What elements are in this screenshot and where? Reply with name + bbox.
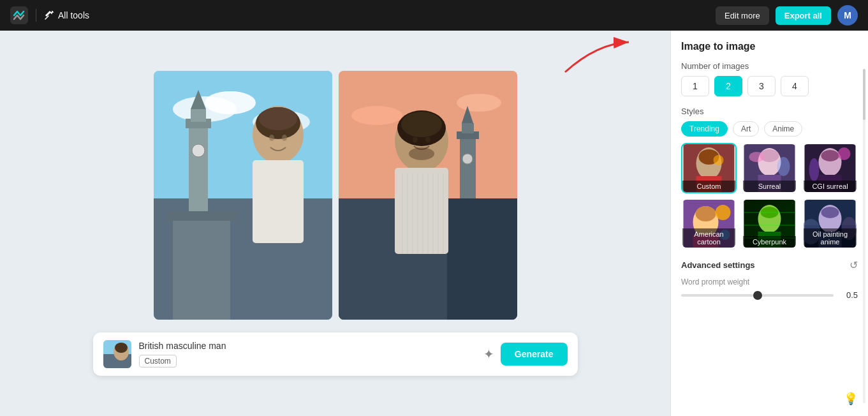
reset-button[interactable]: ↺ <box>850 259 858 271</box>
edit-more-button[interactable]: Edit more <box>716 6 769 25</box>
generate-button[interactable]: Generate <box>501 343 568 366</box>
num-images-label: Number of images <box>681 61 858 71</box>
svg-point-20 <box>282 135 287 141</box>
style-item-cgi-surreal[interactable]: CGI surreal <box>802 143 858 193</box>
advanced-settings-title: Advanced settings <box>681 260 755 270</box>
slider-row: 0.5 <box>681 290 858 300</box>
svg-rect-16 <box>253 160 304 243</box>
svg-point-72 <box>696 206 716 221</box>
advanced-settings-header: Advanced settings ↺ <box>681 259 858 271</box>
word-prompt-weight-label: Word prompt weight <box>681 278 858 286</box>
generated-images-row <box>154 71 517 320</box>
prompt-text: British masculine man <box>139 341 476 351</box>
svg-point-57 <box>714 155 724 165</box>
scroll-track <box>863 69 865 403</box>
style-tab-anime[interactable]: Anime <box>764 121 802 137</box>
style-item-custom[interactable]: Custom <box>681 143 737 193</box>
panel-title: Image to image <box>681 41 858 52</box>
svg-point-69 <box>809 158 820 181</box>
style-item-surreal[interactable]: Surreal <box>742 143 797 193</box>
svg-point-87 <box>821 207 839 218</box>
num-btn-2[interactable]: 2 <box>714 76 742 96</box>
header-left: All tools <box>10 6 89 24</box>
svg-rect-14 <box>166 211 237 221</box>
svg-point-68 <box>838 147 851 160</box>
svg-point-18 <box>259 107 297 130</box>
image-box-2 <box>339 71 517 320</box>
num-btn-4[interactable]: 4 <box>781 76 809 96</box>
lightbulb-icon[interactable]: 💡 <box>844 392 858 406</box>
style-item-cyberpunk[interactable]: Cyberpunk <box>742 198 797 249</box>
style-item-custom-label: Custom <box>682 181 735 192</box>
style-item-cyberpunk-label: Cyberpunk <box>743 236 796 248</box>
svg-point-52 <box>115 343 128 353</box>
canvas-area: British masculine man Custom ✦ Generate <box>0 31 670 416</box>
header-right: Edit more Export all M <box>716 5 858 26</box>
svg-point-62 <box>749 152 765 162</box>
svg-point-36 <box>401 112 442 137</box>
export-all-button[interactable]: Export all <box>776 6 831 25</box>
style-item-american-cartoon-label: American cartoon <box>682 228 735 248</box>
image-1 <box>154 71 332 320</box>
num-btn-1[interactable]: 1 <box>681 76 709 96</box>
wand-icon <box>44 10 54 20</box>
scroll-thumb <box>863 69 865 120</box>
style-tab-art[interactable]: Art <box>733 121 759 137</box>
style-item-oil-painting-anime-label: Oil painting anime <box>804 228 857 248</box>
style-tab-trending[interactable]: Trending <box>681 121 728 137</box>
svg-point-19 <box>269 135 274 141</box>
custom-badge: Custom <box>139 355 177 368</box>
word-prompt-weight-slider[interactable] <box>681 294 834 297</box>
svg-point-74 <box>716 205 731 220</box>
style-item-cgi-surreal-label: CGI surreal <box>804 181 857 192</box>
prompt-bar: British masculine man Custom ✦ Generate <box>93 332 578 376</box>
svg-rect-31 <box>441 198 517 320</box>
logo-icon <box>10 6 28 24</box>
svg-point-63 <box>777 157 790 176</box>
num-images-selector: 1 2 3 4 <box>681 76 858 96</box>
main-layout: British masculine man Custom ✦ Generate … <box>0 31 868 416</box>
style-item-oil-painting-anime[interactable]: Oil painting anime <box>802 198 858 249</box>
style-item-surreal-label: Surreal <box>743 181 796 192</box>
header-divider <box>36 9 36 22</box>
prompt-content: British masculine man Custom <box>139 341 476 368</box>
all-tools-label: All tools <box>58 10 89 20</box>
prompt-thumbnail <box>103 340 131 368</box>
app-header: All tools Edit more Export all M <box>0 0 868 31</box>
annotation-arrow <box>559 37 635 75</box>
svg-point-66 <box>821 150 839 161</box>
avatar[interactable]: M <box>837 5 858 26</box>
svg-rect-10 <box>191 109 206 122</box>
style-item-american-cartoon[interactable]: American cartoon <box>681 198 737 249</box>
right-panel: Image to image Number of images 1 2 3 4 … <box>670 31 868 416</box>
prompt-actions: ✦ Generate <box>483 343 568 366</box>
slider-value: 0.5 <box>840 290 858 300</box>
svg-rect-28 <box>462 123 474 133</box>
styles-tabs: Trending Art Anime <box>681 121 858 137</box>
svg-point-25 <box>457 94 501 112</box>
svg-rect-0 <box>10 6 28 24</box>
image-2 <box>339 71 517 320</box>
image-box-1 <box>154 71 332 320</box>
sparkle-button[interactable]: ✦ <box>483 346 494 362</box>
svg-point-38 <box>413 137 418 143</box>
svg-point-1 <box>51 12 52 13</box>
svg-point-24 <box>351 106 402 125</box>
svg-point-30 <box>462 154 473 164</box>
styles-label: Styles <box>681 107 858 116</box>
style-grid: Custom Surreal <box>681 143 858 249</box>
svg-point-6 <box>205 91 256 114</box>
svg-rect-8 <box>189 122 208 224</box>
all-tools-button[interactable]: All tools <box>44 10 89 20</box>
svg-rect-13 <box>173 218 230 320</box>
svg-point-37 <box>409 147 434 160</box>
svg-point-12 <box>192 144 205 157</box>
svg-point-39 <box>425 137 430 143</box>
num-btn-3[interactable]: 3 <box>747 76 776 96</box>
